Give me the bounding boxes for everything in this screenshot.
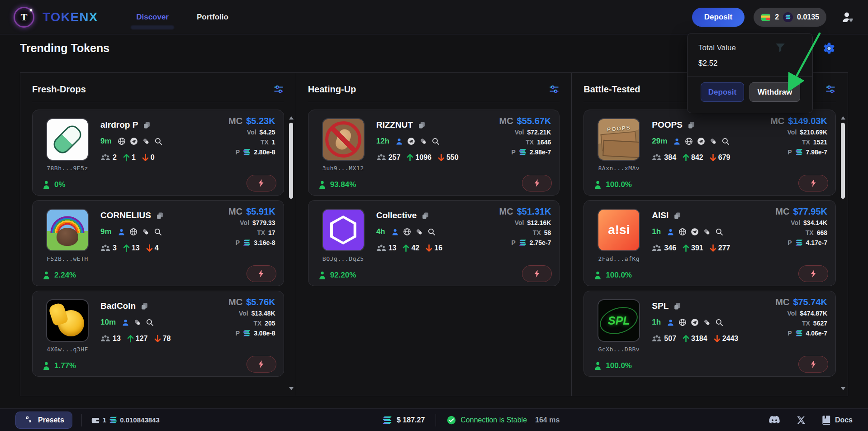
search-icon[interactable] — [427, 228, 436, 236]
quick-buy-button[interactable] — [798, 265, 828, 282]
token-address[interactable]: BQJg...DqZ5 — [318, 255, 368, 262]
mc-value: $51.31K — [517, 206, 551, 216]
search-icon[interactable] — [154, 228, 162, 236]
token-name: SPL — [652, 301, 669, 311]
user-settings-icon[interactable] — [842, 11, 854, 23]
token-address[interactable]: 4X6w...q3HF — [43, 346, 92, 353]
wallet-summary[interactable]: 2 0.0135 — [754, 8, 826, 27]
telegram-icon[interactable] — [130, 137, 138, 145]
search-icon[interactable] — [721, 137, 730, 145]
statusbar: Presets 1 0.010843843 $ 187.27 — [0, 408, 868, 431]
column-filter-sliders-icon[interactable] — [273, 84, 284, 95]
presets-button[interactable]: Presets — [15, 412, 72, 429]
person-icon[interactable] — [673, 138, 681, 145]
dropdown-deposit-button[interactable]: Deposit — [701, 82, 744, 102]
scroll-down-arrow[interactable] — [841, 387, 845, 390]
quick-buy-button[interactable] — [247, 265, 276, 282]
token-address[interactable]: 78Bh...9E5z — [43, 165, 92, 172]
token-address[interactable]: GcXb...DBBv — [594, 346, 644, 353]
quick-buy-button[interactable] — [798, 175, 828, 192]
settings-gear-icon[interactable] — [822, 42, 836, 55]
globe-icon[interactable] — [685, 137, 693, 145]
tab-portfolio[interactable]: Portfolio — [197, 13, 228, 22]
holder-person-icon — [43, 271, 50, 280]
quick-buy-button[interactable] — [798, 356, 828, 373]
token-card[interactable]: SPL GcXb...DBBv SPL 1h 507 — [583, 291, 836, 377]
person-icon[interactable] — [391, 228, 399, 236]
token-address[interactable]: 3uh9...MX12 — [318, 165, 368, 172]
pill-icon[interactable] — [415, 228, 423, 236]
token-address[interactable]: 8Axn...xMAv — [594, 165, 644, 172]
pill-icon[interactable] — [133, 318, 142, 326]
token-address[interactable]: F52B...wETH — [43, 255, 92, 262]
person-icon[interactable] — [118, 228, 125, 236]
token-card[interactable]: F52B...wETH CORNELIUS 9m 3 — [32, 200, 284, 286]
token-card[interactable]: BQJg...DqZ5 Collective 4h 13 — [308, 200, 560, 286]
search-icon[interactable] — [146, 318, 154, 326]
globe-icon[interactable] — [129, 228, 138, 236]
quick-buy-button[interactable] — [247, 356, 276, 373]
quick-buy-button[interactable] — [522, 175, 552, 192]
search-icon[interactable] — [715, 318, 723, 326]
pill-icon[interactable] — [703, 228, 711, 236]
copy-icon[interactable] — [674, 302, 681, 310]
person-icon[interactable] — [122, 319, 129, 326]
holder-count: 257 — [389, 153, 401, 162]
scroll-up-arrow[interactable] — [289, 116, 294, 120]
copy-icon[interactable] — [418, 121, 426, 129]
token-card[interactable]: POOPS 8Axn...xMAv POOPS 29m 384 — [583, 110, 836, 196]
scrollbar-thumb[interactable] — [841, 123, 845, 199]
column-filter-sliders-icon[interactable] — [825, 84, 836, 95]
tab-discover[interactable]: Discover — [136, 13, 169, 22]
column-scrollbar[interactable] — [840, 116, 846, 390]
person-icon[interactable] — [395, 138, 403, 145]
globe-icon[interactable] — [118, 137, 126, 145]
search-icon[interactable] — [154, 137, 162, 145]
token-card[interactable]: 4X6w...q3HF BadCoin 10m 13 — [32, 291, 284, 377]
token-address[interactable]: 2Fad...afKg — [594, 255, 644, 262]
footer-wallet-summary[interactable]: 1 0.010843843 — [91, 416, 160, 424]
x-twitter-icon[interactable] — [797, 416, 806, 425]
dropdown-withdraw-button[interactable]: Withdraw — [749, 82, 800, 102]
globe-icon[interactable] — [678, 318, 687, 326]
deposit-button[interactable]: Deposit — [692, 8, 745, 27]
telegram-icon[interactable] — [697, 137, 705, 145]
telegram-icon[interactable] — [691, 228, 699, 236]
scroll-up-arrow[interactable] — [841, 116, 845, 120]
column-scrollbar[interactable] — [289, 116, 294, 390]
telegram-icon[interactable] — [407, 137, 415, 145]
discord-icon[interactable] — [768, 416, 780, 425]
copy-icon[interactable] — [674, 212, 681, 220]
tx-value: 668 — [817, 229, 827, 237]
scrollbar-thumb[interactable] — [289, 123, 293, 199]
column-filter-sliders-icon[interactable] — [549, 84, 560, 95]
pill-icon[interactable] — [709, 137, 717, 145]
docs-link[interactable]: Docs — [822, 415, 853, 425]
token-card[interactable]: 3uh9...MX12 RIZZNUT 12h 257 — [308, 110, 560, 196]
globe-icon[interactable] — [678, 228, 687, 236]
app-logo[interactable]: T — [14, 7, 34, 28]
search-icon[interactable] — [715, 228, 723, 236]
pill-icon[interactable] — [142, 228, 150, 236]
globe-icon[interactable] — [403, 228, 411, 236]
copy-icon[interactable] — [156, 212, 164, 220]
token-image: a!si — [598, 209, 640, 251]
copy-icon[interactable] — [422, 212, 429, 220]
quick-buy-button[interactable] — [247, 175, 276, 192]
pill-icon[interactable] — [419, 137, 427, 145]
copy-icon[interactable] — [143, 121, 151, 129]
person-icon[interactable] — [667, 319, 674, 326]
token-image-label: a!si — [608, 223, 630, 237]
token-card[interactable]: 78Bh...9E5z airdrop P 9m 2 — [32, 110, 284, 196]
person-icon[interactable] — [667, 228, 674, 236]
copy-icon[interactable] — [141, 302, 148, 310]
pill-icon[interactable] — [142, 137, 150, 145]
scroll-down-arrow[interactable] — [289, 387, 294, 390]
token-card[interactable]: a!si 2Fad...afKg AISI 1h 346 — [583, 200, 836, 286]
search-icon[interactable] — [432, 137, 440, 145]
pill-icon[interactable] — [703, 318, 711, 326]
quick-buy-button[interactable] — [522, 265, 552, 282]
telegram-icon[interactable] — [691, 318, 699, 326]
buys-up-arrow-icon — [407, 153, 413, 162]
copy-icon[interactable] — [688, 121, 695, 129]
